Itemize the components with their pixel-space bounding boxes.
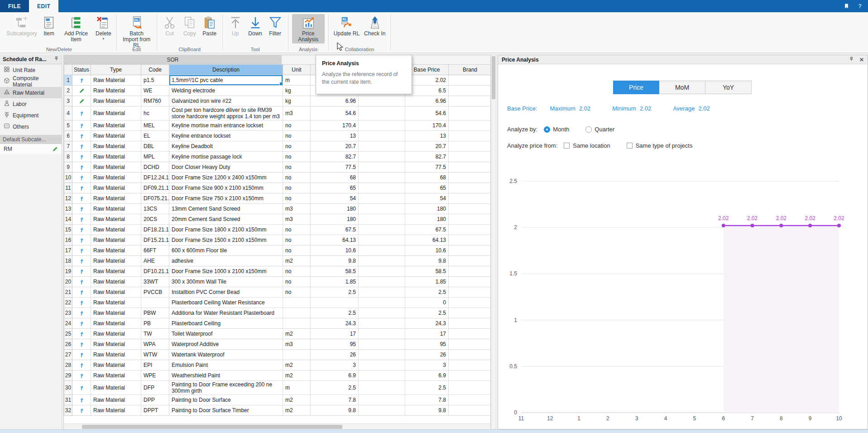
code-cell[interactable]: WPE xyxy=(141,370,169,380)
brand-cell[interactable] xyxy=(449,96,491,106)
base-price-cell[interactable]: 58.5 xyxy=(405,266,449,276)
table-row[interactable]: 26Raw MaterialWPAWaterproof Additivem395… xyxy=(64,339,491,349)
pin-status-icon[interactable] xyxy=(72,308,91,318)
blank-cell[interactable] xyxy=(359,328,405,339)
horizontal-scrollbar[interactable] xyxy=(64,423,490,429)
type-cell[interactable]: Raw Material xyxy=(91,255,141,266)
unit-cell[interactable]: m3 xyxy=(283,106,311,120)
pin-panel-icon[interactable] xyxy=(849,57,854,63)
unit-cell[interactable]: no xyxy=(283,141,311,151)
row-number-cell[interactable]: 16 xyxy=(64,235,72,245)
item-button[interactable]: Item xyxy=(40,14,58,38)
base-price-cell[interactable]: 13 xyxy=(405,130,449,141)
type-cell[interactable]: Raw Material xyxy=(91,276,141,287)
code-cell[interactable]: 13CS xyxy=(141,203,169,214)
batch-import-from-rl-button[interactable]: RLBatch Import from RL xyxy=(120,14,153,49)
pin-status-icon[interactable] xyxy=(72,193,91,203)
code-cell[interactable]: 33WT xyxy=(141,276,169,287)
type-cell[interactable]: Raw Material xyxy=(91,183,141,193)
type-cell[interactable]: Raw Material xyxy=(91,141,141,151)
blank-cell[interactable] xyxy=(359,130,405,141)
brand-cell[interactable] xyxy=(449,339,491,349)
price-cell[interactable]: 64.13 xyxy=(311,235,359,245)
code-cell[interactable]: PBW xyxy=(141,308,169,318)
add-price-item-button[interactable]: Add Price Item xyxy=(60,14,92,43)
price-cell[interactable] xyxy=(311,297,359,308)
row-number-cell[interactable]: 30 xyxy=(64,380,72,395)
edit-pencil-icon[interactable] xyxy=(72,85,91,96)
type-cell[interactable]: Raw Material xyxy=(91,172,141,183)
blank-cell[interactable] xyxy=(359,266,405,276)
code-cell[interactable] xyxy=(141,297,169,308)
row-number-cell[interactable]: 25 xyxy=(64,328,72,339)
table-row[interactable]: 3Raw MaterialRM760Galvanized iron wire #… xyxy=(64,96,491,106)
base-price-cell[interactable]: 67.5 xyxy=(405,224,449,235)
table-row[interactable]: 22Raw MaterialPlasterboard Ceiling Water… xyxy=(64,297,491,308)
brand-cell[interactable] xyxy=(449,328,491,339)
pin-status-icon[interactable] xyxy=(72,151,91,162)
radio-month[interactable]: Month xyxy=(544,126,569,133)
description-cell[interactable]: Door Frame Size 1800 x 2100 x150mm xyxy=(169,224,283,235)
row-number-cell[interactable]: 10 xyxy=(64,172,72,183)
unit-cell[interactable] xyxy=(283,349,311,360)
blank-cell[interactable] xyxy=(359,349,405,360)
description-cell[interactable]: 20mm Cement Sand Screed xyxy=(169,214,283,224)
brand-cell[interactable] xyxy=(449,370,491,380)
price-cell[interactable]: 17 xyxy=(311,328,359,339)
unit-cell[interactable]: m2 xyxy=(283,255,311,266)
blank-cell[interactable] xyxy=(359,172,405,183)
paste-button[interactable]: Paste xyxy=(201,14,219,38)
blank-cell[interactable] xyxy=(359,120,405,130)
pin-status-icon[interactable] xyxy=(72,266,91,276)
code-cell[interactable]: DPPT xyxy=(141,405,169,415)
row-number-cell[interactable]: 11 xyxy=(64,183,72,193)
blank-cell[interactable] xyxy=(359,203,405,214)
description-cell[interactable]: Cost per ton hardcore diliver to site RM… xyxy=(169,106,283,120)
base-price-cell[interactable]: 82.7 xyxy=(405,151,449,162)
type-cell[interactable]: Raw Material xyxy=(91,96,141,106)
base-price-cell[interactable]: 68 xyxy=(405,172,449,183)
table-row[interactable]: 20Raw Material33WT300 x 300mm Wall Tilen… xyxy=(64,276,491,287)
price-cell[interactable]: 9.8 xyxy=(311,405,359,415)
column-header-unit[interactable]: Unit xyxy=(283,65,311,75)
table-row[interactable]: 9Raw MaterialDCHDDoor Closer Heavy Dutyn… xyxy=(64,162,491,172)
description-cell[interactable]: Door Frame Size 1200 x 2400 x150mm xyxy=(169,172,283,183)
base-price-cell[interactable]: 2.5 xyxy=(405,380,449,395)
blank-cell[interactable] xyxy=(359,245,405,255)
description-cell[interactable]: adhesive xyxy=(169,255,283,266)
code-cell[interactable]: AHE xyxy=(141,255,169,266)
copy-button[interactable]: Copy xyxy=(181,14,199,38)
type-cell[interactable]: Raw Material xyxy=(91,405,141,415)
table-row[interactable]: 31Raw MaterialDPPPainting to Door Surfac… xyxy=(64,395,491,405)
description-cell[interactable]: Painting to Door Frame exceeding 200 ne … xyxy=(169,380,283,395)
unit-cell[interactable]: m2 xyxy=(283,360,311,370)
unit-cell[interactable]: m2 xyxy=(283,405,311,415)
description-cell[interactable]: 600 x 600mm Floor tile xyxy=(169,245,283,255)
price-cell[interactable]: 6.9 xyxy=(311,370,359,380)
table-row[interactable]: 32Raw MaterialDPPTPainting to Door Surfa… xyxy=(64,405,491,415)
checkbox-same-type[interactable]: Same type of projects xyxy=(627,142,693,149)
brand-cell[interactable] xyxy=(449,75,491,85)
price-analysis-button[interactable]: Price Analysis xyxy=(292,14,325,43)
row-number-cell[interactable]: 18 xyxy=(64,255,72,266)
table-row[interactable]: 12Raw MaterialDF075.21.Door Frame Size 7… xyxy=(64,193,491,203)
unit-cell[interactable]: no xyxy=(283,266,311,276)
pin-status-icon[interactable] xyxy=(72,360,91,370)
blank-cell[interactable] xyxy=(359,287,405,297)
type-cell[interactable]: Raw Material xyxy=(91,214,141,224)
check-in-button[interactable]: Check In xyxy=(363,14,387,38)
column-header-blank-0[interactable] xyxy=(64,65,72,75)
brand-cell[interactable] xyxy=(449,235,491,245)
description-cell[interactable]: Plasterboard Ceiling xyxy=(169,318,283,328)
blank-cell[interactable] xyxy=(359,308,405,318)
row-number-cell[interactable]: 3 xyxy=(64,96,72,106)
sidebar-item-raw-material[interactable]: Raw Material xyxy=(0,87,62,98)
type-cell[interactable]: Raw Material xyxy=(91,235,141,245)
pin-status-icon[interactable] xyxy=(72,172,91,183)
code-cell[interactable]: DF15.21.1 xyxy=(141,235,169,245)
type-cell[interactable]: Raw Material xyxy=(91,380,141,395)
table-row[interactable]: 16Raw MaterialDF15.21.1Door Frame Size 1… xyxy=(64,235,491,245)
type-cell[interactable]: Raw Material xyxy=(91,287,141,297)
price-cell[interactable]: 20.7 xyxy=(311,141,359,151)
pin-status-icon[interactable] xyxy=(72,235,91,245)
